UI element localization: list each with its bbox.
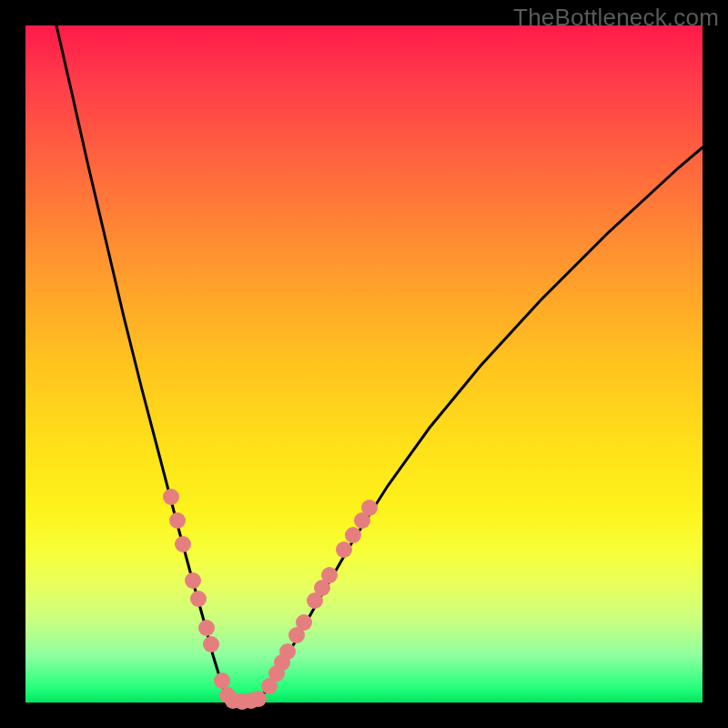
- data-dot: [250, 691, 267, 707]
- data-dot: [169, 512, 186, 529]
- data-dot: [345, 527, 361, 543]
- data-dot: [185, 572, 201, 589]
- data-dot: [198, 620, 215, 636]
- data-dots: [163, 489, 378, 710]
- data-dot: [336, 541, 352, 558]
- chart-svg: [25, 25, 703, 703]
- data-dot: [175, 536, 191, 552]
- data-dot: [321, 567, 338, 583]
- data-dot: [163, 489, 179, 505]
- data-dot: [203, 636, 219, 652]
- data-dot: [279, 643, 296, 660]
- data-dot: [361, 500, 378, 516]
- data-dot: [296, 614, 312, 631]
- data-dot: [190, 591, 207, 607]
- chart-area: [25, 25, 703, 703]
- curve-right: [258, 147, 703, 700]
- data-dot: [214, 672, 230, 689]
